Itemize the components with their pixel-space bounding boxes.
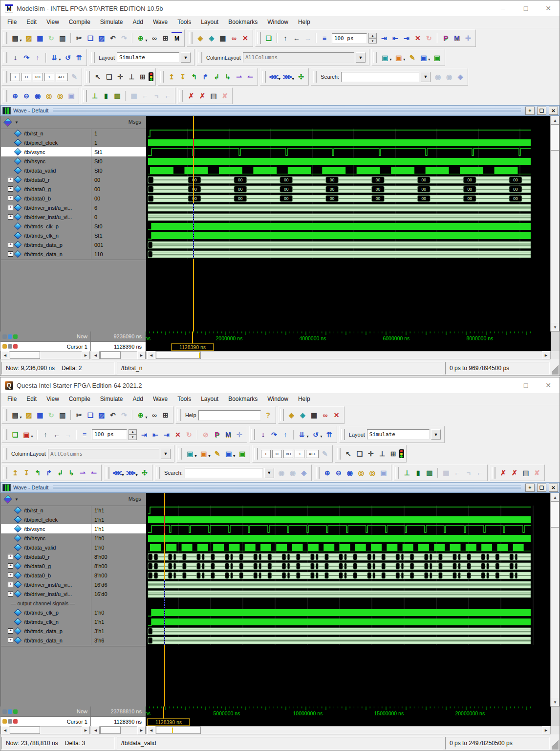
tool-icon[interactable]: ◉ <box>276 467 287 478</box>
expand-icon[interactable]: + <box>8 582 13 587</box>
signal-row[interactable]: /tb/rst_n1 <box>1 129 146 138</box>
tool-icon[interactable]: ↑ <box>40 429 51 440</box>
mode-button-all[interactable]: ALL <box>306 450 319 458</box>
tool-icon[interactable]: ¬ <box>151 90 162 101</box>
tool-icon[interactable]: ← <box>291 33 302 44</box>
tool-icon[interactable]: ⊕ <box>322 467 333 478</box>
menu-help[interactable]: Help <box>293 17 315 27</box>
mode-button-all[interactable]: ALL <box>56 73 68 81</box>
tool-icon[interactable]: ↱ <box>200 71 211 82</box>
tool-icon[interactable]: ✛ <box>234 429 245 440</box>
signal-name[interactable]: /tb/tmds_clk_n <box>24 233 59 239</box>
menu-help[interactable]: Help <box>293 394 315 404</box>
mode-button-i-o[interactable]: I/O <box>283 450 294 458</box>
signal-name[interactable]: /tb/hsync <box>24 158 45 164</box>
tool-icon[interactable]: ↻ <box>184 429 194 440</box>
scrollbar-thumb[interactable] <box>100 727 121 734</box>
mode-button-o[interactable]: O <box>22 73 31 81</box>
horizontal-scrollbar[interactable]: ◀▶ <box>91 351 146 359</box>
tool-icon[interactable]: ↻ <box>424 33 434 44</box>
tool-icon[interactable]: ✘ <box>532 467 542 478</box>
signal-row[interactable]: +/tb/data0_b00 <box>1 194 146 203</box>
run-length-stepper[interactable]: ▲▼ <box>129 429 137 440</box>
tool-icon[interactable]: ▥ <box>112 90 123 101</box>
caret-icon[interactable]: ▼ <box>145 39 148 42</box>
columnlayout-select[interactable]: AllColumns <box>243 52 354 63</box>
waveform-canvas[interactable] <box>146 493 551 707</box>
expand-icon[interactable]: + <box>8 628 13 634</box>
tool-icon[interactable]: ∞ <box>229 33 239 44</box>
tool-icon[interactable]: ⊘ <box>200 429 211 440</box>
scroll-down-icon[interactable]: ▼ <box>551 323 560 331</box>
tool-icon[interactable]: ✗ <box>186 90 196 101</box>
scrollbar-thumb[interactable] <box>551 124 560 151</box>
help-search-input[interactable] <box>198 410 261 420</box>
toolbar-drag-handle[interactable] <box>257 32 261 44</box>
signal-name[interactable]: /tb/driver_inst/u_vi... <box>24 591 72 597</box>
scroll-left-icon[interactable]: ◀ <box>91 351 100 359</box>
tool-icon[interactable]: ▦ <box>309 410 320 420</box>
menu-simulate[interactable]: Simulate <box>95 394 128 404</box>
signal-row[interactable]: +/tb/data0_r00 <box>1 175 146 184</box>
tool-icon[interactable]: ↧ <box>21 467 32 478</box>
scrollbar-thumb[interactable] <box>156 352 201 359</box>
signal-name[interactable]: /tb/tmds_data_p <box>24 242 63 248</box>
menu-bookmarks[interactable]: Bookmarks <box>223 394 262 404</box>
caret-icon[interactable]: ▼ <box>428 58 431 61</box>
horizontal-scrollbar[interactable]: ◀▶ <box>91 726 146 734</box>
toolbar-drag-handle[interactable] <box>251 429 255 441</box>
toolbar-drag-handle[interactable] <box>189 32 193 44</box>
tool-icon[interactable]: ✎ <box>69 71 80 82</box>
tool-icon[interactable]: ▤ <box>520 467 531 478</box>
chevron-down-icon[interactable]: ▼ <box>15 120 19 125</box>
signal-name[interactable]: /tb/data0_r <box>24 554 50 560</box>
menu-compile[interactable]: Compile <box>64 17 95 27</box>
tool-icon[interactable]: ⊞ <box>160 410 171 420</box>
tool-icon[interactable]: ✕ <box>240 33 251 44</box>
chat-icon[interactable] <box>8 334 12 339</box>
tool-icon[interactable]: ⇀ <box>234 71 244 82</box>
menu-compile[interactable]: Compile <box>64 394 95 404</box>
toolbar-drag-handle[interactable] <box>178 448 182 460</box>
tool-icon[interactable]: ✛ <box>366 448 376 459</box>
tool-icon[interactable]: ✂ <box>74 33 85 44</box>
expand-icon[interactable]: + <box>8 186 13 192</box>
columnlayout-select[interactable]: AllColumns <box>48 449 159 459</box>
menu-view[interactable]: View <box>42 394 64 404</box>
panel-undock-button[interactable]: ❏ <box>537 107 546 115</box>
caret-icon[interactable]: ▼ <box>58 58 62 61</box>
caret-icon[interactable]: ▼ <box>389 58 392 61</box>
toolbar-drag-handle[interactable] <box>341 429 345 441</box>
menu-tools[interactable]: Tools <box>172 17 196 27</box>
horizontal-scrollbar[interactable]: ◀▶ <box>147 726 551 734</box>
signal-name[interactable]: /tb/data_valid <box>24 545 56 551</box>
signal-name[interactable]: /tb/vsync <box>24 149 45 155</box>
tool-icon[interactable]: ∞ <box>149 33 160 44</box>
signal-name[interactable]: /tb/tmds_data_p <box>24 628 63 634</box>
tool-icon[interactable]: ◈ <box>286 410 297 420</box>
tool-icon[interactable]: ≡ <box>319 33 330 44</box>
toolbar-drag-handle[interactable] <box>3 52 7 64</box>
menu-file[interactable]: File <box>2 394 22 404</box>
scroll-left-icon[interactable]: ◀ <box>147 351 155 359</box>
caret-icon[interactable]: ▼ <box>135 473 138 477</box>
tool-icon[interactable]: ↷ <box>119 33 129 44</box>
toolbar-drag-handle[interactable] <box>156 467 160 478</box>
chevron-down-icon[interactable]: ▼ <box>15 497 19 502</box>
scroll-left-icon[interactable]: ◀ <box>91 726 100 734</box>
tool-icon[interactable]: ◈ <box>299 467 309 478</box>
expand-icon[interactable]: + <box>8 591 13 596</box>
vertical-scrollbar[interactable]: ▲▼ <box>550 493 559 707</box>
toolbar-drag-handle[interactable] <box>86 71 90 83</box>
list-resize-line[interactable] <box>1 260 146 260</box>
tool-icon[interactable]: ✗ <box>509 467 520 478</box>
tool-icon[interactable]: ↻ <box>46 410 57 420</box>
tool-icon[interactable]: ▦ <box>35 410 45 420</box>
menu-add[interactable]: Add <box>128 17 148 27</box>
tool-icon[interactable]: ∞ <box>320 410 331 420</box>
caret-icon[interactable]: ▼ <box>320 435 323 438</box>
tool-icon[interactable]: ❏ <box>85 410 96 420</box>
traffic-light-icon[interactable] <box>149 72 153 81</box>
remove-circle-icon[interactable] <box>13 719 18 724</box>
chat-icon[interactable] <box>8 709 12 714</box>
